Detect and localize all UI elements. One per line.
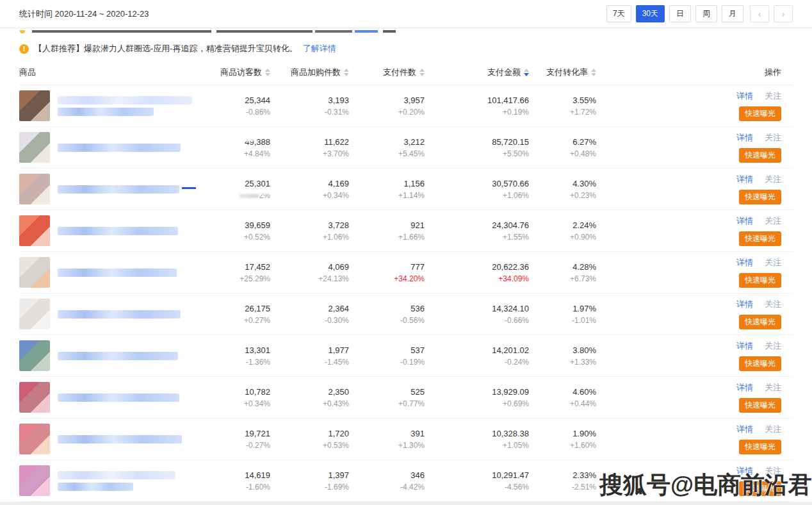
metric-value: 2,364: [270, 302, 349, 315]
metric-cell-conversion: 1.97%-1.01%: [529, 302, 596, 326]
metric-change: +1.14%: [349, 190, 425, 201]
column-header-visitors[interactable]: 商品访客数: [195, 67, 270, 78]
sort-control[interactable]: [344, 69, 349, 76]
column-header-label: 支付件数: [383, 67, 416, 77]
quick-exposure-button[interactable]: 快速曝光: [739, 148, 781, 163]
metric-value: 4.30%: [529, 178, 596, 190]
detail-link[interactable]: 详情: [736, 174, 753, 185]
detail-link[interactable]: 详情: [736, 340, 753, 352]
metric-change: +1.30%: [349, 440, 425, 451]
follow-link[interactable]: 关注: [765, 215, 781, 227]
product-title-redacted: [58, 435, 182, 443]
product-thumbnail[interactable]: [19, 465, 50, 496]
product-cell: [19, 90, 195, 121]
quick-exposure-button[interactable]: 快速曝光: [739, 356, 781, 371]
product-title-redacted: [58, 310, 181, 319]
product-thumbnail[interactable]: [19, 90, 50, 121]
action-links: 详情关注: [736, 382, 781, 393]
quick-exposure-button[interactable]: 快速曝光: [739, 106, 781, 121]
product-thumbnail[interactable]: [19, 257, 50, 288]
metric-cell-pay_amount: 14,201.02-0.24%: [425, 344, 529, 368]
metric-change: +0.44%: [529, 398, 596, 410]
metric-value: 25,344: [195, 94, 270, 106]
metric-value: 3,728: [270, 219, 349, 231]
product-title-blur-bar: [58, 269, 177, 277]
metric-cell-conversion: 2.24%+0.90%: [529, 219, 596, 243]
quick-exposure-button[interactable]: 快速曝光: [739, 440, 781, 454]
metric-value: 3.55%: [529, 94, 596, 106]
metric-change: -0.56%: [349, 315, 425, 326]
column-header-cart_items[interactable]: 商品加购件数: [270, 67, 349, 78]
sort-control[interactable]: [265, 69, 270, 76]
metric-change: -1.36%: [195, 356, 270, 368]
quick-exposure-button[interactable]: 快速曝光: [739, 190, 781, 204]
detail-link[interactable]: 详情: [736, 424, 753, 435]
follow-link[interactable]: 关注: [765, 382, 781, 393]
follow-link[interactable]: 关注: [765, 299, 781, 310]
product-thumbnail[interactable]: [19, 174, 50, 204]
metric-value: 346: [349, 469, 425, 481]
column-header-conversion[interactable]: 支付转化率: [529, 67, 596, 78]
metric-cell-cart_items: 2,364-0.30%: [270, 302, 349, 326]
metric-value: 4,069: [270, 261, 349, 273]
sort-control[interactable]: [591, 69, 596, 76]
product-title-blur-bar: [58, 227, 178, 235]
quick-exposure-button[interactable]: 快速曝光: [739, 398, 781, 413]
pager-prev-button[interactable]: ‹: [750, 5, 769, 22]
stat-time-label: 统计时间 2020-11-24 ~ 2020-12-23: [19, 8, 149, 20]
metric-value: 4.60%: [529, 386, 596, 398]
product-thumbnail[interactable]: [19, 424, 50, 454]
detail-link[interactable]: 详情: [736, 90, 753, 102]
product-thumbnail[interactable]: [19, 132, 50, 163]
metric-cell-conversion: 4.28%+6.73%: [529, 261, 596, 285]
metric-cell-conversion: 6.27%+0.48%: [529, 136, 596, 160]
detail-link[interactable]: 详情: [736, 257, 753, 269]
metric-cell-cart_items: 1,720+0.53%: [270, 427, 349, 451]
pager-next-button[interactable]: ›: [774, 5, 793, 22]
metric-change: +0.19%: [425, 106, 529, 118]
quick-exposure-button[interactable]: 快速曝光: [739, 231, 781, 246]
metric-value: 4,169: [270, 178, 349, 190]
sort-caret-up-icon: [344, 69, 349, 72]
metric-cell-cart_items: 4,169+0.34%: [270, 178, 349, 201]
detail-link[interactable]: 详情: [736, 299, 753, 310]
follow-link[interactable]: 关注: [765, 257, 781, 269]
quick-exposure-button[interactable]: 快速曝光: [739, 315, 781, 329]
follow-link[interactable]: 关注: [765, 424, 781, 435]
product-thumbnail[interactable]: [19, 299, 50, 329]
sort-control[interactable]: [419, 69, 425, 76]
follow-link[interactable]: 关注: [765, 132, 781, 144]
metric-cell-pay_amount: 14,324.10-0.66%: [425, 302, 529, 326]
clipped-notice-smudge: [19, 30, 429, 34]
metric-value: 4.28%: [529, 261, 596, 273]
metric-cell-pay_amount: 10,291.47-4.56%: [425, 469, 529, 493]
quick-exposure-button[interactable]: 快速曝光: [739, 273, 781, 288]
range-button-4[interactable]: 月: [722, 5, 743, 22]
product-thumbnail[interactable]: [19, 382, 50, 413]
product-thumbnail[interactable]: [19, 215, 50, 246]
sort-control[interactable]: [524, 69, 529, 76]
detail-link[interactable]: 详情: [736, 215, 753, 227]
metric-value: 1,977: [270, 344, 349, 356]
follow-link[interactable]: 关注: [765, 174, 781, 185]
product-thumbnail[interactable]: [19, 340, 50, 371]
range-button-0[interactable]: 7天: [606, 5, 631, 22]
clipped-notice: [19, 29, 793, 37]
column-header-pay_items[interactable]: 支付件数: [349, 67, 425, 78]
sort-caret-down-icon: [344, 73, 349, 76]
range-button-3[interactable]: 周: [695, 5, 717, 22]
watermark: 搜狐号@电商前沿君: [599, 469, 812, 501]
notice-learn-more-link[interactable]: 了解详情: [303, 43, 336, 54]
metric-value: 25,301: [195, 178, 270, 190]
detail-link[interactable]: 详情: [736, 382, 753, 393]
follow-link[interactable]: 关注: [765, 340, 781, 352]
metric-change: -0.24%: [425, 356, 529, 368]
detail-link[interactable]: 详情: [736, 132, 753, 144]
metric-cell-pay_items: 346-4.42%: [349, 469, 425, 493]
metric-change: -0.86%: [195, 106, 270, 118]
range-button-2[interactable]: 日: [669, 5, 691, 22]
column-header-pay_amount[interactable]: 支付金额: [425, 67, 529, 78]
range-button-1[interactable]: 30天: [636, 5, 665, 22]
action-links: 详情关注: [736, 174, 781, 185]
follow-link[interactable]: 关注: [765, 90, 781, 102]
